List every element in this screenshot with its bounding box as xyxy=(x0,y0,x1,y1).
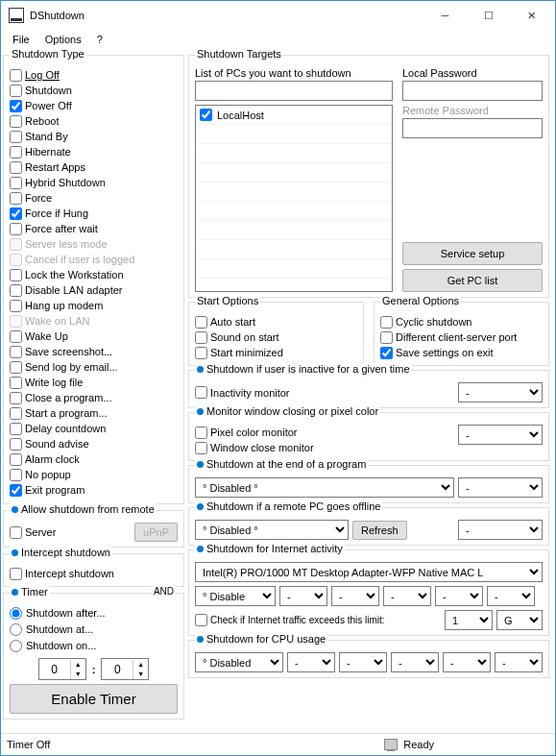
end-program-group: Shutdown at the end of a program ° Disab… xyxy=(188,465,549,503)
shutdown-type-23[interactable]: Delay countdown xyxy=(10,421,178,436)
pc-input[interactable] xyxy=(195,81,393,101)
timer-group: Timer AND Shutdown after... Shutdown at.… xyxy=(3,593,184,719)
maximize-button[interactable]: ☐ xyxy=(467,2,510,29)
timer-hours[interactable]: ▲▼ xyxy=(38,658,86,680)
upnp-button[interactable]: uPnP xyxy=(134,523,178,542)
targets-group: Shutdown Targets List of PCs you want to… xyxy=(188,55,549,298)
shutdown-type-legend: Shutdown Type xyxy=(10,48,86,60)
shutdown-type-18[interactable]: Save screenshot... xyxy=(10,344,178,359)
app-icon xyxy=(9,8,24,23)
titlebar: DShutdown ─ ☐ ✕ xyxy=(1,1,555,30)
shutdown-type-12: Cancel if user is logged xyxy=(10,252,178,267)
intercept-checkbox[interactable]: Intercept shutdown xyxy=(10,566,178,581)
shutdown-type-4[interactable]: Stand By xyxy=(10,129,178,144)
internet-group: Shutdown for Internet activity Intel(R) … xyxy=(188,549,549,636)
shutdown-type-7[interactable]: Hybrid Shutdown xyxy=(10,175,178,190)
shutdown-type-2[interactable]: Power Off xyxy=(10,98,178,113)
shutdown-type-27[interactable]: Exit program xyxy=(10,482,178,498)
refresh-button[interactable]: Refresh xyxy=(352,521,407,540)
menubar: File Options ? xyxy=(1,30,555,49)
shutdown-type-3[interactable]: Reboot xyxy=(10,113,178,129)
shutdown-type-24[interactable]: Sound advise xyxy=(10,436,178,451)
menu-options[interactable]: Options xyxy=(37,32,89,47)
menu-file[interactable]: File xyxy=(5,32,37,47)
shutdown-on-radio[interactable]: Shutdown on... xyxy=(10,638,178,654)
shutdown-type-5[interactable]: Hibernate xyxy=(10,144,178,159)
shutdown-at-radio[interactable]: Shutdown at... xyxy=(10,622,178,638)
close-button[interactable]: ✕ xyxy=(510,2,553,29)
shutdown-type-9[interactable]: Force if Hung xyxy=(10,206,178,221)
shutdown-type-1[interactable]: Shutdown xyxy=(10,83,178,98)
shutdown-type-22[interactable]: Start a program... xyxy=(10,405,178,421)
allow-remote-group: Allow shutdown from remote Server uPnP xyxy=(3,510,184,548)
shutdown-type-10[interactable]: Force after wait xyxy=(10,221,178,236)
shutdown-type-11: Server less mode xyxy=(10,236,178,252)
shutdown-type-0[interactable]: Log Off xyxy=(10,67,178,83)
shutdown-type-13[interactable]: Lock the Workstation xyxy=(10,267,178,282)
shutdown-type-group: Shutdown Type Log OffShutdownPower OffRe… xyxy=(3,55,184,504)
general-options-group: General Options Cyclic shutdown Differen… xyxy=(374,302,549,366)
remote-password[interactable] xyxy=(402,118,543,138)
server-icon xyxy=(384,739,398,750)
shutdown-after-radio[interactable]: Shutdown after... xyxy=(10,605,178,622)
shutdown-type-20[interactable]: Write log file xyxy=(10,375,178,390)
enable-timer-button[interactable]: Enable Timer xyxy=(10,684,178,714)
offline-group: Shutdown if a remote PC goes offline ° D… xyxy=(188,507,549,546)
shutdown-type-17[interactable]: Wake Up xyxy=(10,329,178,344)
intercept-group: Intercept shutdown Intercept shutdown xyxy=(3,553,184,587)
start-options-group: Start Options Auto start Sound on start … xyxy=(188,302,364,366)
menu-help[interactable]: ? xyxy=(89,32,110,47)
app-title: DShutdown xyxy=(30,10,85,21)
pc-list[interactable]: LocalHost xyxy=(195,105,393,292)
shutdown-type-15[interactable]: Hang up modem xyxy=(10,298,178,313)
pixel-group: Monitor window closing or pixel color Pi… xyxy=(188,412,549,461)
shutdown-type-16: Wake on LAN xyxy=(10,313,178,329)
status-bar: Timer Off Ready xyxy=(1,733,555,754)
server-checkbox[interactable]: Server xyxy=(10,524,56,540)
shutdown-type-8[interactable]: Force xyxy=(10,190,178,206)
get-pc-list-button[interactable]: Get PC list xyxy=(402,269,543,292)
shutdown-type-25[interactable]: Alarm clock xyxy=(10,451,178,467)
cpu-group: Shutdown for CPU usage ° Disabled ° - - … xyxy=(188,640,549,678)
shutdown-type-19[interactable]: Send log by email... xyxy=(10,359,178,375)
service-setup-button[interactable]: Service setup xyxy=(402,242,543,265)
timer-minutes[interactable]: ▲▼ xyxy=(101,658,149,680)
shutdown-type-21[interactable]: Close a program... xyxy=(10,390,178,405)
minimize-button[interactable]: ─ xyxy=(423,2,467,29)
inactive-group: Shutdown if user is inactive for a given… xyxy=(188,370,549,408)
shutdown-type-6[interactable]: Restart Apps xyxy=(10,159,178,175)
shutdown-type-26[interactable]: No popup xyxy=(10,467,178,482)
shutdown-type-14[interactable]: Disable LAN adapter xyxy=(10,282,178,298)
local-password[interactable] xyxy=(402,81,543,101)
